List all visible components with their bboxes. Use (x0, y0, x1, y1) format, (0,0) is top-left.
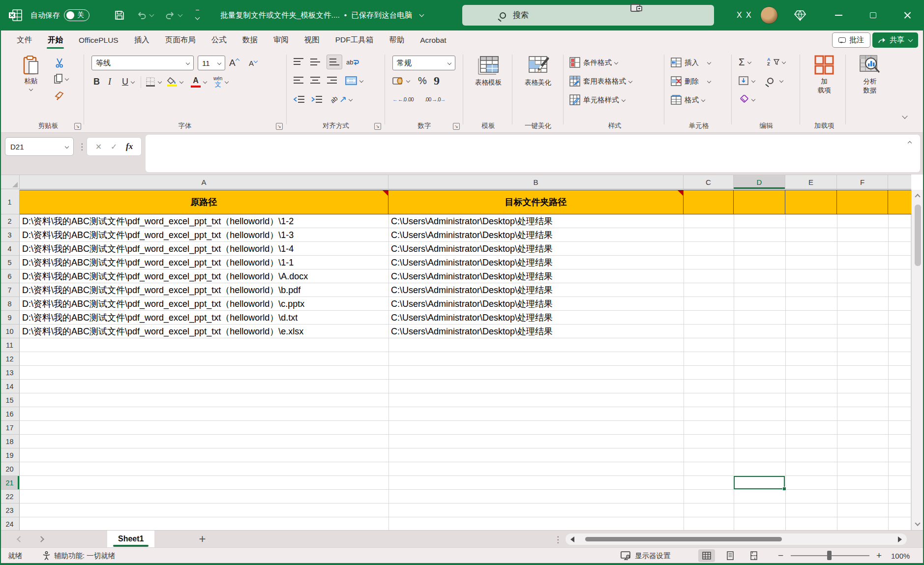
tab-view[interactable]: 视图 (297, 30, 328, 50)
quick-access-more-button[interactable] (196, 0, 199, 30)
tab-pdf-toolbox[interactable]: PDF工具箱 (328, 30, 382, 50)
column-header-c[interactable]: C (684, 175, 734, 189)
selected-cell-d21[interactable] (734, 476, 785, 489)
row-header-11[interactable]: 11 (0, 338, 20, 352)
scroll-down-icon[interactable] (915, 520, 920, 526)
display-settings-button[interactable]: 显示器设置 (621, 548, 671, 564)
row-header-14[interactable]: 14 (0, 380, 20, 393)
borders-button[interactable] (146, 75, 161, 88)
undo-menu-chevron-icon[interactable] (149, 12, 154, 17)
redo-button[interactable] (165, 0, 182, 30)
cell-a3[interactable]: D:\资料\我的ABC测试文件\pdf_word_excel_ppt_txt（h… (20, 228, 388, 242)
align-right-button[interactable] (327, 74, 337, 87)
view-page-break-button[interactable] (745, 549, 762, 562)
tab-bar-options-dots[interactable]: ⋮ (554, 535, 562, 545)
collapse-ribbon-button[interactable] (903, 110, 907, 122)
excel-logo[interactable] (8, 0, 23, 30)
format-as-table-button[interactable]: 套用表格格式 (569, 74, 632, 88)
top-align-button[interactable] (293, 56, 304, 68)
row-header-15[interactable]: 15 (0, 393, 20, 407)
collapse-formula-bar-icon[interactable] (908, 141, 912, 145)
comma-style-button[interactable]: 9 (434, 74, 440, 87)
row-header-13[interactable]: 13 (0, 366, 20, 380)
row-header-24[interactable]: 24 (0, 517, 20, 531)
percent-style-button[interactable]: % (418, 74, 427, 87)
cell-g1-partial[interactable] (888, 190, 911, 214)
decrease-decimal-button[interactable]: .00 →.0→ (425, 93, 446, 106)
zoom-level[interactable]: 100% (891, 548, 910, 564)
paste-button[interactable]: 粘贴 (17, 56, 45, 90)
undo-button[interactable] (137, 0, 153, 30)
row-header-20[interactable]: 20 (0, 462, 20, 476)
select-all-corner[interactable] (0, 175, 20, 189)
row-header-12[interactable]: 12 (0, 352, 20, 366)
number-format-select[interactable]: 常规 (392, 56, 455, 70)
cell-c1[interactable] (684, 190, 734, 214)
next-sheet-button[interactable] (38, 536, 44, 542)
cell-b9[interactable]: C:\Users\Administrator\Desktop\处理结果 (388, 311, 684, 325)
cell-b1[interactable]: 目标文件夹路径 (388, 190, 684, 214)
cell-a4[interactable]: D:\资料\我的ABC测试文件\pdf_word_excel_ppt_txt（h… (20, 242, 388, 256)
grow-font-button[interactable]: A (229, 57, 239, 69)
horizontal-scroll-thumb[interactable] (585, 537, 782, 541)
comments-button[interactable]: 批注 (832, 32, 870, 48)
align-center-button[interactable] (310, 74, 321, 87)
maximize-button[interactable] (862, 0, 884, 30)
font-name-select[interactable]: 等线 (91, 56, 194, 70)
vertical-scrollbar[interactable] (911, 190, 924, 530)
formula-input[interactable] (146, 135, 920, 172)
row-header-19[interactable]: 19 (0, 448, 20, 462)
cell-a7[interactable]: D:\资料\我的ABC测试文件\pdf_word_excel_ppt_txt（h… (20, 283, 388, 297)
user-initials[interactable]: X X (737, 0, 752, 30)
row-header-22[interactable]: 22 (0, 490, 20, 504)
decrease-indent-button[interactable] (293, 93, 305, 106)
font-size-select[interactable]: 11 (198, 56, 225, 70)
increase-indent-button[interactable] (311, 93, 323, 106)
merge-center-button[interactable] (345, 74, 363, 87)
phonetic-guide-button[interactable]: wén文 (213, 75, 228, 88)
cell-f1[interactable] (837, 190, 888, 214)
minimize-button[interactable] (827, 0, 850, 30)
cell-b5[interactable]: C:\Users\Administrator\Desktop\处理结果 (388, 256, 684, 269)
format-painter-button[interactable] (52, 89, 67, 102)
zoom-in-button[interactable]: + (876, 548, 882, 564)
bottom-align-button[interactable] (327, 55, 342, 69)
column-header-e[interactable]: E (785, 175, 837, 189)
sheet-tab-sheet1[interactable]: Sheet1 (107, 531, 154, 548)
insert-cells-button[interactable]: 插入 (671, 56, 711, 69)
row-header-21[interactable]: 21 (0, 476, 20, 490)
accessibility-status[interactable]: 辅助功能: 一切就绪 (42, 548, 115, 564)
save-button[interactable] (114, 0, 125, 30)
grid-body[interactable]: 原路径 目标文件夹路径 D:\资料\我的ABC测试文件\pdf_word_exc… (20, 190, 911, 530)
cell-a10[interactable]: D:\资料\我的ABC测试文件\pdf_word_excel_ppt_txt（h… (20, 325, 388, 338)
horizontal-scrollbar[interactable] (566, 534, 907, 545)
column-header-b[interactable]: B (388, 175, 684, 189)
cell-a9[interactable]: D:\资料\我的ABC测试文件\pdf_word_excel_ppt_txt（h… (20, 311, 388, 325)
font-color-button[interactable]: A (191, 75, 207, 88)
premium-diamond-icon[interactable] (794, 0, 806, 30)
formula-bar-drag-dots[interactable]: ⋮ (78, 142, 86, 152)
clipboard-dialog-launcher[interactable]: ↘ (74, 123, 81, 130)
cell-a1[interactable]: 原路径 (20, 190, 388, 214)
find-select-button[interactable] (767, 74, 783, 87)
search-input[interactable]: 搜索 (462, 5, 714, 26)
format-cells-button[interactable]: 格式 (671, 93, 705, 107)
redo-menu-chevron-icon[interactable] (178, 12, 183, 17)
scroll-right-icon[interactable] (898, 536, 902, 542)
alignment-dialog-launcher[interactable]: ↘ (374, 123, 381, 130)
cut-button[interactable] (52, 57, 67, 69)
enter-entry-button[interactable]: ✓ (111, 142, 117, 151)
bold-button[interactable]: B (93, 75, 100, 88)
increase-decimal-button[interactable]: ←←.0 .00 (392, 93, 414, 106)
cell-a5[interactable]: D:\资料\我的ABC测试文件\pdf_word_excel_ppt_txt（h… (20, 256, 388, 269)
row-header-1[interactable]: 1 (0, 190, 20, 214)
tab-review[interactable]: 审阅 (266, 30, 297, 50)
middle-align-button[interactable] (310, 56, 321, 68)
column-header-d[interactable]: D (734, 175, 785, 189)
fill-button[interactable] (739, 74, 755, 87)
cell-b4[interactable]: C:\Users\Administrator\Desktop\处理结果 (388, 242, 684, 256)
cell-b8[interactable]: C:\Users\Administrator\Desktop\处理结果 (388, 297, 684, 311)
view-normal-button[interactable] (698, 549, 715, 562)
scroll-up-icon[interactable] (915, 194, 920, 199)
avatar[interactable] (760, 6, 778, 24)
